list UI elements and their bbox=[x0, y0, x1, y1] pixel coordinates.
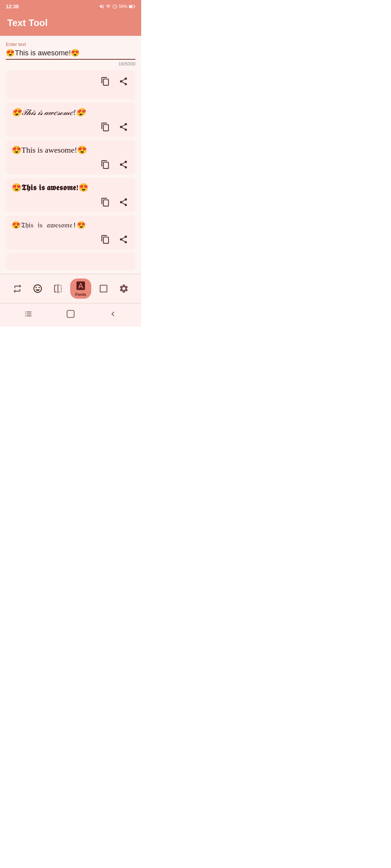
copy-icon bbox=[101, 235, 110, 244]
bottom-toolbar: Fonts bbox=[0, 274, 141, 303]
card-1-text: 😍𝒯𝒽𝒾𝓈 𝒾𝓈 𝒶𝓌𝑒𝓈ℴ𝓂𝑒!😍 bbox=[12, 108, 130, 117]
font-cards-list: 😍𝒯𝒽𝒾𝓈 𝒾𝓈 𝒶𝓌𝑒𝓈ℴ𝓂𝑒!😍 😍This is awesome!😍 bbox=[6, 70, 135, 274]
home-icon bbox=[66, 309, 75, 319]
copy-icon bbox=[101, 122, 110, 132]
status-icons: 58% bbox=[99, 4, 135, 9]
card-3-actions bbox=[12, 196, 130, 208]
status-bar: 12:38 58% bbox=[0, 0, 141, 13]
fonts-a-icon bbox=[76, 281, 86, 291]
battery-text: 58% bbox=[119, 4, 127, 9]
settings-button[interactable] bbox=[116, 282, 132, 295]
wifi-icon bbox=[106, 4, 111, 9]
fonts-button[interactable]: Fonts bbox=[70, 278, 91, 299]
emoji-icon bbox=[33, 284, 43, 294]
app-header: Text Tool bbox=[0, 13, 141, 36]
share-icon bbox=[119, 160, 128, 169]
home-button[interactable] bbox=[64, 307, 77, 321]
char-count: 18/5000 bbox=[6, 61, 135, 67]
navigation-bar bbox=[0, 303, 141, 327]
text-input-row bbox=[6, 48, 135, 60]
card-2-share-button[interactable] bbox=[117, 158, 130, 171]
main-content: Enter text 18/5000 😍𝒯𝒽𝒾𝓈 𝒾𝓈 𝒶𝓌𝑒𝓈ℴ𝓂𝑒!😍 bbox=[0, 36, 141, 274]
card-1-actions bbox=[12, 121, 130, 133]
back-chevron-icon bbox=[108, 309, 118, 319]
share-icon bbox=[119, 122, 128, 132]
repeat-button[interactable] bbox=[9, 282, 25, 295]
share-icon bbox=[119, 235, 128, 244]
battery-icon bbox=[129, 4, 135, 9]
card-1-share-button[interactable] bbox=[117, 121, 130, 133]
fonts-label: Fonts bbox=[75, 292, 86, 297]
share-icon bbox=[119, 77, 128, 86]
card-2-actions bbox=[12, 158, 130, 171]
card-4-share-button[interactable] bbox=[117, 233, 130, 246]
mute-icon bbox=[99, 4, 104, 9]
back-button[interactable] bbox=[106, 307, 120, 321]
copy-icon bbox=[101, 77, 110, 86]
status-time: 12:38 bbox=[6, 4, 19, 9]
copy-icon bbox=[101, 160, 110, 169]
card-4-copy-button[interactable] bbox=[99, 233, 112, 246]
svg-rect-2 bbox=[134, 6, 135, 7]
font-card-0 bbox=[6, 70, 135, 99]
input-label: Enter text bbox=[6, 42, 135, 47]
alarm-icon bbox=[112, 4, 117, 9]
card-4-text: 😍𝔗𝔥𝔦𝔰 𝔦𝔰 𝔞𝔴𝔢𝔰𝔬𝔪𝔢!😍 bbox=[12, 221, 130, 230]
font-card-partial bbox=[6, 253, 135, 270]
page-title: Text Tool bbox=[7, 17, 48, 28]
frame-icon bbox=[98, 284, 109, 294]
font-card-3: 😍𝕿𝖍𝖎𝖘 𝖎𝖘 𝖆𝖜𝖊𝖘𝖔𝖒𝖊!😍 bbox=[6, 178, 135, 212]
svg-rect-1 bbox=[129, 5, 132, 7]
card-0-actions bbox=[12, 75, 130, 88]
emoji-button[interactable] bbox=[30, 282, 46, 295]
card-4-actions bbox=[12, 233, 130, 246]
card-0-copy-button[interactable] bbox=[99, 75, 112, 88]
copy-icon bbox=[101, 197, 110, 207]
svg-rect-3 bbox=[67, 310, 74, 318]
font-card-1: 😍𝒯𝒽𝒾𝓈 𝒾𝓈 𝒶𝓌𝑒𝓈ℴ𝓂𝑒!😍 bbox=[6, 103, 135, 137]
font-card-2: 😍This is awesome!😍 bbox=[6, 140, 135, 174]
share-icon bbox=[119, 197, 128, 207]
font-card-4: 😍𝔗𝔥𝔦𝔰 𝔦𝔰 𝔞𝔴𝔢𝔰𝔬𝔪𝔢!😍 bbox=[6, 216, 135, 249]
input-section: Enter text 18/5000 bbox=[6, 42, 135, 67]
recent-apps-icon bbox=[24, 309, 33, 319]
text-input[interactable] bbox=[6, 48, 135, 57]
mirror-icon bbox=[53, 284, 63, 294]
frame-button[interactable] bbox=[96, 282, 112, 295]
card-3-share-button[interactable] bbox=[117, 196, 130, 208]
repeat-icon bbox=[12, 284, 22, 294]
mirror-button[interactable] bbox=[50, 282, 66, 295]
card-2-text: 😍This is awesome!😍 bbox=[12, 145, 130, 155]
gear-icon bbox=[119, 284, 129, 294]
card-0-share-button[interactable] bbox=[117, 75, 130, 88]
card-1-copy-button[interactable] bbox=[99, 121, 112, 133]
card-2-copy-button[interactable] bbox=[99, 158, 112, 171]
recent-apps-button[interactable] bbox=[21, 307, 35, 321]
card-3-text: 😍𝕿𝖍𝖎𝖘 𝖎𝖘 𝖆𝖜𝖊𝖘𝖔𝖒𝖊!😍 bbox=[12, 183, 130, 192]
card-3-copy-button[interactable] bbox=[99, 196, 112, 208]
